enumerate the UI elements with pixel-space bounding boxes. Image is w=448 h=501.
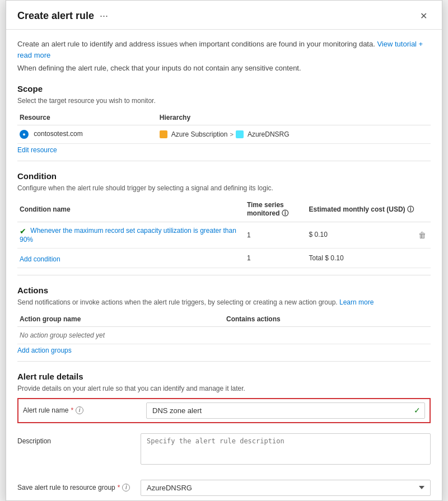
modal-title: Create alert rule [17,10,94,22]
hierarchy-sub: Azure Subscription [171,130,228,138]
hierarchy-dns: AzureDNSRG [248,130,290,138]
condition-time-cell: 1 [245,222,307,248]
add-condition-link[interactable]: Add condition [20,255,60,263]
resource-group-info-icon[interactable]: i [122,484,130,491]
intro-line1: Create an alert rule to identify and add… [17,39,431,60]
condition-col-name: Condition name [17,198,245,222]
condition-table: Condition name Time series monitored ⓘ E… [17,198,431,268]
description-row: Description [17,430,431,470]
delete-condition-icon[interactable]: 🗑 [418,231,426,240]
action-col-contains: Contains actions [224,312,431,327]
divider-2 [17,275,431,275]
table-row: ● contosotest.com Azure Subscription > A… [17,125,431,143]
required-star: * [71,406,73,414]
total-cost-cell: Total $ 0.10 [307,248,431,268]
create-alert-rule-modal: Create alert rule ··· ✕ Create an alert … [6,0,442,501]
no-action-text: No action group selected yet [20,331,105,339]
actions-table: Action group name Contains actions No ac… [17,312,431,344]
alert-rule-name-input[interactable] [146,402,425,419]
actions-title: Actions [17,285,431,295]
resource-group-select-wrapper: AzureDNSRG [141,480,431,496]
learn-more-link[interactable]: Learn more [339,298,374,306]
description-input-wrapper [141,433,431,466]
resource-group-row: Save alert rule to resource group * i Az… [17,476,431,499]
no-action-cell: No action group selected yet [17,326,431,344]
alert-rule-details-title: Alert rule details [17,372,431,381]
check-mark-icon: ✓ [414,406,421,415]
required-star-rg: * [118,484,120,491]
description-textarea[interactable] [141,433,431,465]
alert-rule-name-row: Alert rule name * i ✓ [17,398,431,423]
table-row: ✔ Whenever the maximum record set capaci… [17,222,431,248]
condition-description: Configure when the alert rule should tri… [17,183,431,193]
alert-rule-name-input-wrapper: ✓ [146,402,425,419]
condition-col-time: Time series monitored ⓘ [245,198,307,222]
scope-description: Select the target resource you wish to m… [17,96,431,106]
resource-cell: ● contosotest.com [17,125,157,143]
resource-icon: ● [20,130,29,139]
hierarchy-cell: Azure Subscription > AzureDNSRG [157,125,431,143]
modal-header: Create alert rule ··· ✕ [6,1,442,30]
action-col-name: Action group name [17,312,224,327]
total-time-cell: 1 [245,248,307,268]
check-icon: ✔ [20,227,26,236]
table-row: No action group selected yet [17,326,431,344]
resource-group-select[interactable]: AzureDNSRG [141,480,431,496]
scope-table: Resource Hierarchy ● contosotest.com [17,110,431,144]
resource-name: contosotest.com [34,130,82,138]
condition-name-link[interactable]: Whenever the maximum record set capacity… [20,227,236,244]
dns-icon [236,130,244,138]
intro-line2: When defining the alert rule, check that… [17,63,431,74]
condition-total-row: Add condition 1 Total $ 0.10 [17,248,431,268]
scope-title: Scope [17,84,431,93]
add-condition-cell: Add condition [17,248,245,268]
alert-rule-details-section: Alert rule details Provide details on yo… [17,372,431,500]
divider-1 [17,161,431,161]
actions-section: Actions Send notifications or invoke act… [17,285,431,354]
scope-col-hierarchy: Hierarchy [157,110,431,125]
alert-rule-name-info-icon[interactable]: i [76,406,83,414]
close-button[interactable]: ✕ [417,10,431,22]
arrow-icon: > [230,131,233,138]
scope-col-resource: Resource [17,110,157,125]
intro-section: Create an alert rule to identify and add… [17,39,431,74]
hierarchy-icons: Azure Subscription > AzureDNSRG [160,130,426,138]
actions-description: Send notifications or invoke actions whe… [17,297,431,307]
add-action-groups-link[interactable]: Add action groups [17,347,72,354]
subscription-icon [160,130,167,138]
condition-name-cell: ✔ Whenever the maximum record set capaci… [17,222,245,248]
condition-col-cost: Estimated monthly cost (USD) ⓘ [307,198,431,222]
alert-rule-name-label: Alert rule name * i [23,402,146,414]
more-options-button[interactable]: ··· [100,10,108,22]
modal-body: Create an alert rule to identify and add… [6,30,442,500]
condition-title: Condition [17,171,431,181]
condition-cost-cell: $ 0.10 🗑 [307,222,431,248]
condition-section: Condition Configure when the alert rule … [17,171,431,268]
edit-resource-link[interactable]: Edit resource [17,146,57,154]
divider-3 [17,361,431,362]
scope-section: Scope Select the target resource you wis… [17,84,431,154]
resource-group-label: Save alert rule to resource group * i [17,480,141,491]
alert-rule-details-desc: Provide details on your alert rule so th… [17,383,431,394]
description-label: Description [17,433,141,445]
